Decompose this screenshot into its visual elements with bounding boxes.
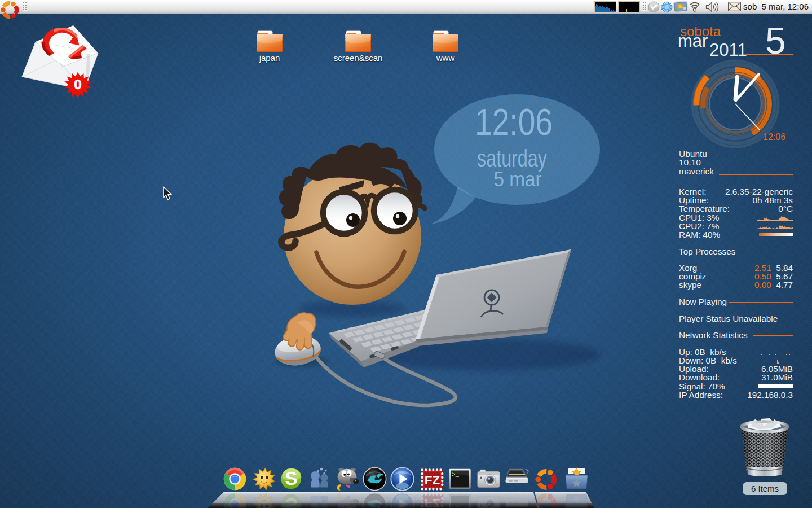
svg-text:FZ: FZ bbox=[424, 473, 440, 487]
svg-text:5 mar: 5 mar bbox=[494, 168, 542, 191]
svg-text:>_: >_ bbox=[452, 471, 459, 478]
svg-text:S: S bbox=[285, 467, 298, 489]
svg-text:12:06: 12:06 bbox=[475, 101, 553, 143]
svg-text:0: 0 bbox=[74, 77, 82, 92]
